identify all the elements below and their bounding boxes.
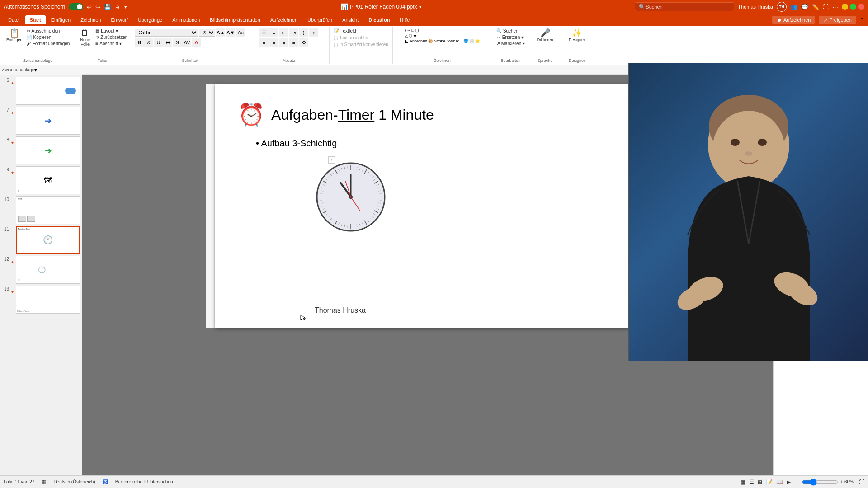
- comment-icon[interactable]: 💬: [801, 4, 808, 10]
- aufzeichnen-button[interactable]: ⏺ Aufzeichnen: [772, 16, 816, 24]
- redo-icon[interactable]: ↪: [95, 4, 100, 10]
- align-left-button[interactable]: ≡: [259, 38, 269, 47]
- notes-view-button[interactable]: 📝: [764, 479, 774, 486]
- zoom-slider[interactable]: [802, 479, 838, 486]
- minimize-button[interactable]: −: [842, 4, 848, 10]
- tab-hilfe[interactable]: Hilfe: [395, 15, 414, 24]
- slide-thumb-10[interactable]: 10 ★ ▦ ▦: [2, 196, 80, 224]
- layout-button[interactable]: ▦ Layout ▾: [94, 28, 129, 34]
- smartart-button[interactable]: ⬚ In SmartArt konvertieren: [332, 42, 389, 47]
- normal-view-button[interactable]: ▦: [739, 479, 747, 486]
- tab-datei[interactable]: Datei: [4, 15, 24, 24]
- list-num-button[interactable]: ≡: [269, 28, 278, 37]
- font-family-select[interactable]: Calibri: [135, 29, 198, 37]
- slide-thumb-7[interactable]: 7 ★ ➔: [2, 107, 80, 135]
- slide-panel[interactable]: 6 ★ — 7 ★ ➔ 8 ★: [0, 75, 82, 475]
- indent-dec-button[interactable]: ⇤: [279, 28, 288, 37]
- search-box[interactable]: 🔍: [635, 2, 734, 11]
- spacing-button[interactable]: AV: [182, 38, 191, 47]
- slide-img-8[interactable]: ➔: [16, 136, 80, 164]
- sidebar-toggle-button[interactable]: ▾: [34, 67, 37, 73]
- font-size-select[interactable]: 28: [199, 29, 215, 37]
- print-icon[interactable]: 🖨: [115, 4, 121, 10]
- col-button[interactable]: ⫿: [299, 28, 308, 37]
- toolbar-dropdown-icon[interactable]: ▾: [124, 4, 127, 10]
- tab-animationen[interactable]: Animationen: [168, 15, 204, 24]
- align-right-button[interactable]: ≡: [279, 38, 288, 47]
- slide-img-6[interactable]: —: [16, 77, 80, 105]
- slide-img-7[interactable]: ➔: [16, 107, 80, 135]
- slide-img-12[interactable]: 🕐 ♡: [16, 256, 80, 284]
- shadow-button[interactable]: S: [173, 38, 182, 47]
- slidesorter-view-button[interactable]: ⊞: [756, 479, 764, 486]
- abschnitt-button[interactable]: ≡ Abschnitt ▾: [94, 41, 129, 47]
- slide-img-9[interactable]: 🗺 0: [16, 166, 80, 194]
- textfeld-button[interactable]: 📝 Textfeld: [332, 28, 357, 34]
- font-increase-button[interactable]: A▲: [216, 28, 225, 37]
- neue-folie-button[interactable]: 🗒 NeueFolie: [77, 28, 93, 47]
- zoom-out-button[interactable]: −: [797, 479, 800, 484]
- present-button[interactable]: ▶: [785, 479, 792, 486]
- strikethrough-button[interactable]: S: [163, 38, 172, 47]
- tab-entwurf[interactable]: Entwurf: [106, 15, 132, 24]
- fit-button[interactable]: ⛶: [859, 479, 864, 485]
- share-icon[interactable]: 👥: [790, 4, 797, 10]
- suchen-button[interactable]: 🔍 Suchen: [495, 28, 520, 34]
- markieren-button[interactable]: ↗ Markieren ▾: [495, 41, 526, 47]
- format-button[interactable]: 🖌 Format übertragen: [25, 41, 71, 47]
- tab-zeichnen[interactable]: Zeichnen: [76, 15, 105, 24]
- slide-thumb-12[interactable]: 12 ★ 🕐 ♡: [2, 256, 80, 284]
- einfuegen-button[interactable]: 📋 Einfügen: [5, 28, 24, 43]
- ribbon-collapse-icon[interactable]: ⌃: [860, 17, 864, 23]
- save-icon[interactable]: 💾: [104, 4, 111, 10]
- list-button[interactable]: ☰: [259, 28, 269, 37]
- italic-button[interactable]: K: [144, 38, 153, 47]
- ausschneiden-button[interactable]: ✂ Ausschneiden: [25, 28, 71, 34]
- tab-bildschirm[interactable]: Bildschirmpräsentation: [205, 15, 264, 24]
- slide-thumb-9[interactable]: 9 ★ 🗺 0: [2, 166, 80, 194]
- zuruecksetzen-button[interactable]: ↺ Zurücksetzen: [94, 34, 129, 40]
- tab-einfuegen[interactable]: Einfügen: [47, 15, 75, 24]
- undo-icon[interactable]: ↩: [87, 4, 92, 10]
- slide-img-13[interactable]: Kaffee - Pause: [16, 286, 80, 314]
- fullscreen-icon[interactable]: ⛶: [823, 4, 829, 10]
- kopieren-button[interactable]: 📄 Kopieren: [25, 34, 71, 40]
- outline-view-button[interactable]: ☰: [748, 479, 755, 486]
- indent-inc-button[interactable]: ⇥: [289, 28, 298, 37]
- text-dir-button[interactable]: ⟲: [299, 38, 308, 47]
- autosave-toggle[interactable]: [69, 3, 83, 10]
- tab-ansicht[interactable]: Ansicht: [338, 15, 363, 24]
- search-input[interactable]: [646, 4, 730, 9]
- ersetzen-button[interactable]: ↔ Ersetzen ▾: [495, 34, 525, 40]
- tab-dictation[interactable]: Dictation: [364, 15, 394, 24]
- font-color-button[interactable]: A: [192, 38, 201, 47]
- file-dropdown-icon[interactable]: ▾: [419, 4, 422, 10]
- slide-thumb-8[interactable]: 8 ★ ➔: [2, 136, 80, 164]
- slide-thumb-6[interactable]: 6 ★ —: [2, 77, 80, 105]
- tab-aufzeichnen[interactable]: Aufzeichnen: [266, 15, 302, 24]
- diktieren-button[interactable]: 🎤 Diktieren: [535, 28, 555, 43]
- close-button[interactable]: ×: [858, 4, 864, 10]
- slide-thumb-11[interactable]: 11 ★ Aufgaben-Timer 🕐: [2, 226, 80, 254]
- slide-thumb-13[interactable]: 13 ★ Kaffee - Pause: [2, 286, 80, 314]
- underline-button[interactable]: U: [154, 38, 163, 47]
- font-decrease-button[interactable]: A▼: [226, 28, 235, 37]
- more-shapes-icon[interactable]: ⋯: [420, 28, 424, 33]
- pen-icon[interactable]: ✏️: [812, 4, 819, 10]
- clear-format-button[interactable]: Aa: [236, 28, 245, 37]
- tab-start[interactable]: Start: [25, 15, 46, 24]
- bold-button[interactable]: B: [135, 38, 144, 47]
- justify-button[interactable]: ≡: [289, 38, 298, 47]
- tab-uebergaenge[interactable]: Übergänge: [133, 15, 167, 24]
- slide-img-11[interactable]: Aufgaben-Timer 🕐: [16, 226, 80, 254]
- maximize-button[interactable]: □: [850, 4, 856, 10]
- tab-ueberpruefen[interactable]: Überprüfen: [303, 15, 337, 24]
- align-center-button[interactable]: ≡: [269, 38, 278, 47]
- slide-canvas[interactable]: ⏰ Aufgaben-Timer 1 Minute • Aufbau 3-Sch…: [215, 84, 649, 328]
- reading-view-button[interactable]: 📖: [775, 479, 784, 486]
- designer-button[interactable]: ✨ Designer: [567, 28, 587, 43]
- freigeben-button[interactable]: ↗ Freigeben: [819, 16, 856, 24]
- slide-img-10[interactable]: ▦ ▦: [16, 196, 80, 224]
- more-icon[interactable]: ⋯: [832, 4, 838, 10]
- line-space-button[interactable]: ↕: [309, 28, 318, 37]
